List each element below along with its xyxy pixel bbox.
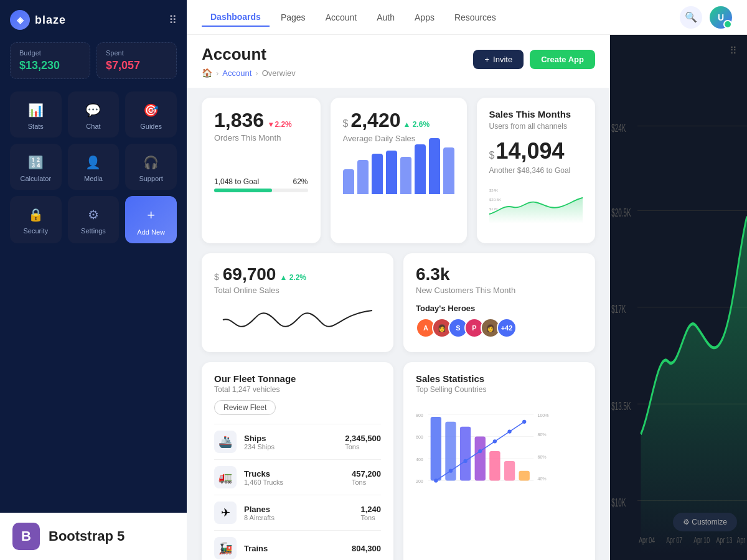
search-button[interactable]: 🔍 (680, 6, 702, 29)
sidebar-item-support[interactable]: 🎧 Support (125, 144, 177, 190)
fleet-item-trucks: 🚛 Trucks 1,460 Trucks 457,200 Tons (214, 459, 381, 495)
bar-5 (400, 157, 411, 194)
bar-7 (429, 138, 440, 194)
sales-stats-card: Sales Statistics Top Selling Countries 8… (403, 362, 595, 560)
trucks-name: Trucks (244, 469, 283, 478)
breadcrumb-account[interactable]: Account (222, 68, 251, 78)
goal-label: 1,048 to Goal 62% (214, 177, 308, 186)
content-body: Account 🏠 › Account › Overwiev + Invite (187, 35, 747, 560)
sidebar-item-media[interactable]: 👤 Media (68, 144, 120, 190)
trucks-count: 1,460 Trucks (244, 478, 283, 486)
stats-icon: 📊 (28, 103, 44, 118)
spent-value: $7,057 (106, 59, 167, 72)
nav-account[interactable]: Account (317, 9, 366, 26)
menu-icon[interactable]: ⠿ (169, 13, 177, 27)
fleet-item-ships: 🚢 Ships 234 Ships 2,345,500 Tons (214, 424, 381, 459)
svg-point-18 (434, 478, 438, 482)
trucks-unit: Tons (352, 478, 381, 486)
nav-dashboards[interactable]: Dashboards (202, 8, 270, 27)
svg-text:80%: 80% (537, 433, 547, 438)
support-icon: 🎧 (143, 155, 159, 170)
spent-card: Spent $7,057 (96, 42, 177, 79)
svg-text:$24K: $24K (489, 189, 498, 192)
stats-title: Sales Statistics (416, 373, 583, 384)
scroll-area: 1,836 ▾ 2.2% Orders This Month 1,048 to … (187, 88, 610, 560)
hero-count: +42 (497, 318, 517, 338)
month-prefix: $ (489, 144, 495, 166)
top-nav: Dashboards Pages Account Auth Apps Resou… (187, 0, 747, 35)
bootstrap-icon: B (12, 523, 40, 550)
online-label: Total Online Sales (214, 286, 381, 295)
sidebar-item-stats[interactable]: 📊 Stats (10, 91, 62, 138)
fleet-item-trains: 🚂 Trains 804,300 (214, 530, 381, 560)
svg-point-24 (522, 420, 526, 424)
orders-label: Orders This Month (214, 133, 308, 142)
svg-text:Apr 16: Apr 16 (737, 534, 748, 545)
breadcrumb-sep1: › (216, 68, 218, 78)
budget-value: $13,230 (19, 59, 81, 72)
ships-name: Ships (244, 434, 275, 443)
nav-auth[interactable]: Auth (368, 9, 403, 26)
sidebar: ◈ blaze ⠿ Budget $13,230 Spent $7,057 📊 … (0, 0, 187, 560)
breadcrumb-home: 🏠 (202, 68, 212, 78)
nav-grid: 📊 Stats 💬 Chat 🎯 Guides 🔢 Calculator 👤 M… (10, 91, 177, 243)
breadcrumb-sep2: › (255, 68, 258, 78)
budget-label: Budget (19, 49, 81, 57)
orders-card: 1,836 ▾ 2.2% Orders This Month 1,048 to … (202, 98, 321, 243)
ships-count: 234 Ships (244, 443, 275, 450)
right-panel: ⠿ $24K $20.5K $17K $13.5K $10K (610, 35, 747, 560)
heroes-label: Today's Heroes (416, 304, 583, 313)
nav-resources[interactable]: Resources (446, 9, 505, 26)
create-app-button[interactable]: Create App (530, 50, 595, 69)
orders-badge: ▾ 2.2% (269, 120, 292, 129)
sidebar-item-settings[interactable]: ⚙ Settings (68, 196, 120, 243)
bar-2 (357, 160, 369, 194)
customize-button[interactable]: ⚙ Customize (673, 513, 737, 531)
right-panel-chart-area: $24K $20.5K $17K $13.5K $10K (610, 67, 747, 560)
goal-pct: 62% (293, 177, 308, 186)
sales-prefix: $ (343, 114, 349, 134)
bootstrap-badge: B Bootstrap 5 (0, 513, 187, 560)
panel-icon[interactable]: ⠿ (730, 45, 737, 57)
ships-value: 2,345,500 (345, 434, 381, 443)
chat-label: Chat (86, 123, 100, 130)
daily-sales-badge: ▲ 2.6% (403, 120, 430, 129)
ships-unit: Tons (345, 443, 381, 450)
logo-area: ◈ blaze (10, 10, 66, 30)
sidebar-item-security[interactable]: 🔒 Security (10, 196, 62, 243)
goal-text: 1,048 to Goal (214, 177, 259, 186)
support-label: Support (139, 175, 163, 182)
svg-text:$20.5K: $20.5K (489, 198, 501, 202)
sidebar-item-chat[interactable]: 💬 Chat (68, 91, 120, 138)
online-value: 69,700 (223, 264, 276, 284)
calculator-label: Calculator (21, 175, 52, 182)
month-chart: $24K $20.5K $17K (489, 180, 583, 230)
svg-text:$20.5K: $20.5K (611, 207, 631, 219)
invite-button[interactable]: + Invite (473, 50, 524, 69)
media-label: Media (84, 175, 103, 182)
trains-name: Trains (244, 544, 268, 553)
svg-text:Apr 13: Apr 13 (716, 534, 733, 545)
right-panel-chart: $24K $20.5K $17K $13.5K $10K (610, 72, 747, 555)
stats-label: Stats (28, 123, 44, 130)
svg-text:200: 200 (416, 480, 423, 485)
planes-value: 1,240 (360, 505, 381, 514)
cards-row-3: Our Fleet Tonnage Total 1,247 vehicles R… (202, 362, 595, 560)
svg-text:$24K: $24K (611, 122, 626, 134)
budget-card: Budget $13,230 (10, 42, 90, 79)
sidebar-item-guides[interactable]: 🎯 Guides (125, 91, 177, 138)
guides-label: Guides (140, 123, 162, 130)
sidebar-item-add-new[interactable]: + Add New (125, 196, 177, 243)
sidebar-item-calculator[interactable]: 🔢 Calculator (10, 144, 62, 190)
chat-icon: 💬 (85, 103, 101, 118)
nav-pages[interactable]: Pages (272, 9, 314, 26)
logo-icon: ◈ (10, 10, 30, 30)
nav-apps[interactable]: Apps (406, 9, 443, 26)
svg-text:40%: 40% (537, 477, 547, 482)
review-fleet-button[interactable]: Review Fleet (214, 400, 276, 415)
daily-sales-card: $ 2,420 ▲ 2.6% Average Daily Sales (331, 98, 467, 243)
svg-rect-11 (431, 417, 441, 480)
wave-chart (214, 295, 381, 338)
user-avatar[interactable]: U (710, 6, 732, 29)
bar-4 (386, 151, 397, 194)
